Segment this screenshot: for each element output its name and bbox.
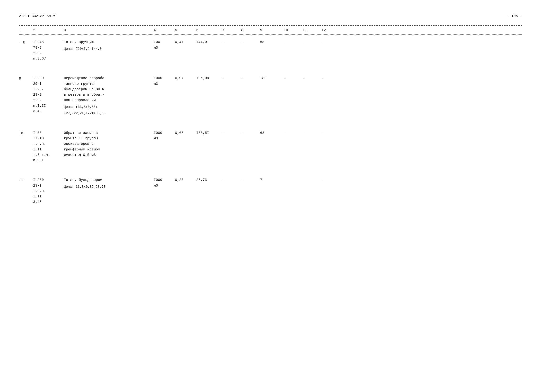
row-unit: I000 м3: [154, 177, 175, 188]
row-col11: –: [303, 177, 322, 183]
row-col7: –: [222, 76, 241, 81]
row-col10: –: [284, 39, 303, 45]
col-header-2: 2: [33, 28, 64, 33]
row-code: I-230 29-I т.ч.п. I.II 3.48: [33, 177, 64, 205]
col-header-5: 5: [175, 28, 196, 33]
table-row: I0 I-55 II-I3 т.ч.п. I.II т.3 т.ч. п.3.I…: [19, 126, 522, 166]
row-unit: I00 м3: [154, 39, 175, 51]
row-col12: –: [322, 130, 340, 136]
row-description: Обратная засыпка грунта II группы экскав…: [64, 130, 154, 158]
table-row: II I-230 29-I т.ч.п. I.II 3.48 То же, бу…: [19, 173, 522, 207]
row-col8: –: [241, 76, 260, 81]
row-col6: I00,5I: [196, 130, 222, 136]
main-table: I 2 3 4 5 6 7 8 9 IO II I2 · B I-948 79-…: [19, 26, 522, 207]
col-header-10: IO: [284, 28, 303, 33]
row-col9: 68: [260, 39, 284, 45]
col-header-1: I: [19, 28, 33, 33]
row-number: I0: [19, 130, 33, 136]
row-col11: –: [303, 76, 322, 81]
row-col9: I80: [260, 76, 284, 81]
row-unit: I000 м3: [154, 76, 175, 87]
row-number: 9: [19, 76, 33, 81]
row-col11: –: [303, 39, 322, 45]
row-col8: –: [241, 39, 260, 45]
row-col9: 68: [260, 130, 284, 136]
row-col12: –: [322, 177, 340, 183]
row-col6: 28,73: [196, 177, 222, 183]
row-col5: 0,97: [175, 76, 196, 81]
column-headers: I 2 3 4 5 6 7 8 9 IO II I2: [19, 26, 522, 35]
row-description: Перемещение разрабо- танного грунта буль…: [64, 76, 154, 116]
row-code: I-948 79-2 т.ч. п.3.67: [33, 39, 64, 61]
row-col9: 7: [260, 177, 284, 183]
row-col7: –: [222, 39, 241, 45]
row-col7: –: [222, 177, 241, 183]
row-col6: I85,09: [196, 76, 222, 81]
row-col8: –: [241, 177, 260, 183]
row-col5: 0,68: [175, 130, 196, 136]
col-header-7: 7: [222, 28, 241, 33]
col-header-12: I2: [322, 28, 340, 33]
table-row: · B I-948 79-2 т.ч. п.3.67 То же, вручну…: [19, 35, 522, 64]
row-description: То же, вручную Цена: I20xI,2=I44,0: [64, 39, 154, 51]
row-col10: –: [284, 177, 303, 183]
col-header-9: 9: [260, 28, 284, 33]
row-col5: 0,47: [175, 39, 196, 45]
row-col12: –: [322, 76, 340, 81]
row-col12: –: [322, 39, 340, 45]
row-number: II: [19, 177, 33, 183]
col-header-8: 8: [241, 28, 260, 33]
row-unit: I000 м3: [154, 130, 175, 142]
row-col8: –: [241, 130, 260, 136]
row-col7: –: [222, 130, 241, 136]
row-col5: 0,25: [175, 177, 196, 183]
table-row: 9 I-230 29-I I-237 29-8 т.ч. п.I.II 3.48…: [19, 71, 522, 118]
row-description: То же, бульдозером Цена: 33,8x0,85=28,73: [64, 177, 154, 189]
col-header-6: 6: [196, 28, 222, 33]
row-code: I-55 II-I3 т.ч.п. I.II т.3 т.ч. п.3.I: [33, 130, 64, 163]
row-col10: –: [284, 130, 303, 136]
row-col10: –: [284, 76, 303, 81]
col-header-11: II: [303, 28, 322, 33]
row-code: I-230 29-I I-237 29-8 т.ч. п.I.II 3.48: [33, 76, 64, 114]
doc-code: 2I2-I-332.85 Ал.У: [19, 14, 55, 18]
page-header: 2I2-I-332.85 Ал.У - I05 -: [19, 14, 522, 18]
row-number: · B: [19, 39, 33, 45]
col-header-3: 3: [64, 28, 154, 33]
row-col11: –: [303, 130, 322, 136]
col-header-4: 4: [154, 28, 175, 33]
row-col6: I44,0: [196, 39, 222, 45]
page-number: - I05 -: [507, 14, 522, 18]
